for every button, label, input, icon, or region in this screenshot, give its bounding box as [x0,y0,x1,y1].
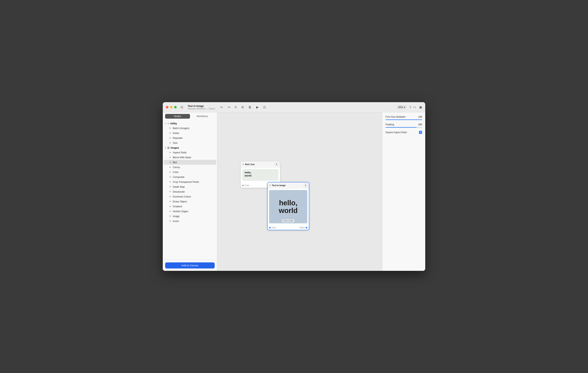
sidebar-item-holistic-edges[interactable]: ✦ Holistic Edges [164,209,216,214]
text-to-image-preview: hello, world 6783 x 6783 [269,190,307,223]
crop-transparent-icon: ✦ [169,180,171,183]
sidebar-item-invert[interactable]: ✦ Invert [164,219,216,224]
sidebar: Nodes Workflows ▾ ✦ Utility ✦ Batch (Ima… [163,112,217,271]
sidebar-item[interactable]: ✦ Repeater [164,135,216,140]
utility-section-label: Utility [170,122,177,125]
sidebar-item-canny[interactable]: ✦ Canny [164,165,216,170]
sidebar-item-label: Size [173,142,178,144]
add-to-canvas-button[interactable]: Add to Canvas [165,262,215,268]
redo-button[interactable]: ↪ [227,105,231,110]
rich-text-menu-button[interactable]: ▾ [275,163,278,166]
tti-line1: hello, [279,199,298,207]
tab-workflows[interactable]: Workflows [190,114,215,119]
tab-nodes[interactable]: Nodes [165,114,190,119]
square-aspect-ratio-checkbox[interactable] [419,131,422,134]
delete-button[interactable]: 🗑 [248,105,252,110]
text-to-image-node-icon: ✦ [269,184,271,187]
frame-button[interactable]: ⊡ [262,105,267,110]
blend-with-mask-icon: ✦ [169,156,171,159]
sidebar-item-label: Desaturate [173,190,185,193]
right-panel: Font-Size Multiplier 100 Padding 200 [382,112,425,271]
sidebar-section-utility[interactable]: ▾ ✦ Utility [163,121,217,126]
sidebar-item-erase-object[interactable]: ✦ Erase Object [164,199,216,204]
sidebar-item-label: Crop Transparent Pixels [173,181,199,183]
font-size-label-row: Font-Size Multiplier 100 [386,116,422,118]
maximize-button[interactable] [174,106,177,109]
sidebar-item-dominant-colors[interactable]: ✦ Dominant Colors [164,194,216,199]
window-subtitle: Odyssey Workflow — Edited [188,108,215,110]
paste-button[interactable]: ⧉ [241,105,244,110]
blur-icon: ✦ [169,161,171,164]
sidebar-item[interactable]: ✦ Batch (Images) [164,126,216,131]
sidebar-item-blend-with-mask[interactable]: ✦ Blend With Mask [164,155,216,160]
images-chevron-icon: ▾ [165,147,166,149]
traffic-lights [166,106,177,109]
rich-text-port-label-left: Color [245,184,249,186]
sidebar-item-label: Aspect Ratio [173,151,187,154]
tti-line2: world [279,207,298,215]
sidebar-content: ▾ ✦ Utility ✦ Batch (Images) ✦ Notes ✦ R… [163,120,217,260]
utility-section-icon: ✦ [167,122,169,125]
undo-button[interactable]: ↩ [220,105,224,110]
sidebar-item-desaturate[interactable]: ✦ Desaturate [164,189,216,194]
zoom-control[interactable]: 95% ▾ [397,105,407,109]
sidebar-item-label: Repeater [173,137,183,139]
sidebar-item-label: Color [173,171,179,174]
composite-icon: ✦ [169,176,171,178]
tti-port-dot-right [306,227,307,229]
padding-label-row: Padding 200 [386,123,422,126]
tti-port-dot-left [269,227,271,229]
share-icon[interactable]: ⇪ [409,105,411,109]
expand-icon[interactable]: >> [413,106,416,109]
sidebar-item-label: Batch (Images) [173,127,189,130]
sidebar-item[interactable]: ✦ Notes [164,131,216,135]
sidebar-item-crop-transparent[interactable]: ✦ Crop Transparent Pixels [164,179,216,184]
tti-port-label-right: Output [299,227,305,229]
font-size-slider-fill [386,120,422,120]
sidebar-item-label: Depth Map [173,186,185,188]
text-to-image-node-title: ✦ Text to Image [269,184,286,187]
tti-port-label-left: Input [272,227,276,229]
padding-row: Padding 200 [386,123,422,128]
right-panel-toggle[interactable]: ▣ [419,105,422,109]
sidebar-item-label: Dominant Colors [173,195,191,198]
sidebar-item-aspect-ratio[interactable]: ✦ Aspect Ratio [164,150,216,155]
sidebar-item-label: Image [173,215,180,218]
text-to-image-preview-text: hello, world [279,199,298,215]
text-to-image-node-body: hello, world 6783 x 6783 [268,188,309,226]
sidebar-item-depth-map[interactable]: ✦ Depth Map [164,184,216,189]
copy-button[interactable]: ⎘ [234,105,238,110]
color-icon: ✦ [169,171,171,174]
sidebar-footer: Add to Canvas [163,260,217,271]
sidebar-section-images[interactable]: ▾ 🖼 Images [163,145,217,150]
rich-text-line1: hello, [245,171,276,174]
text-to-image-title-label: Text to Image [272,184,286,186]
holistic-edges-icon: ✦ [169,210,171,213]
text-to-image-node-header: ✦ Text to Image ▾ [268,182,309,188]
text-to-image-menu-button[interactable]: ▾ [304,184,307,187]
aspect-ratio-icon: ✦ [169,151,171,154]
play-button[interactable]: ▶ [255,105,259,110]
sidebar-item[interactable]: ✦ Size [164,140,216,145]
canvas-area[interactable]: ✦ Rich Text ▾ hello, world [217,112,382,271]
sidebar-item-label: Gradient [173,205,182,208]
padding-slider-fill [386,127,417,128]
close-button[interactable] [166,106,168,109]
sidebar-tabs: Nodes Workflows [163,112,217,120]
padding-slider[interactable] [386,127,422,128]
sidebar-item-color[interactable]: ✦ Color [164,170,216,175]
sidebar-item-gradient[interactable]: ✦ Gradient [164,204,216,209]
font-size-slider[interactable] [386,120,422,120]
sidebar-item-composite[interactable]: ✦ Composite [164,175,216,179]
sidebar-toggle-icon[interactable]: ⊟ [180,105,184,109]
window-title: Text in Image [188,105,204,108]
text-to-image-node[interactable]: ✦ Text to Image ▾ hello, world 6783 x 67… [267,182,309,230]
rich-text-node-title: ✦ Rich Text [242,163,255,166]
sidebar-item-blur[interactable]: ✦ Blur [164,160,216,165]
images-section-label: Images [171,146,179,149]
minimize-button[interactable] [170,106,173,109]
erase-object-icon: ✦ [169,200,171,203]
sidebar-item-label: Erase Object [173,200,187,203]
sidebar-item-image[interactable]: ✦ Image [164,214,216,219]
zoom-value: 95% [399,106,403,109]
